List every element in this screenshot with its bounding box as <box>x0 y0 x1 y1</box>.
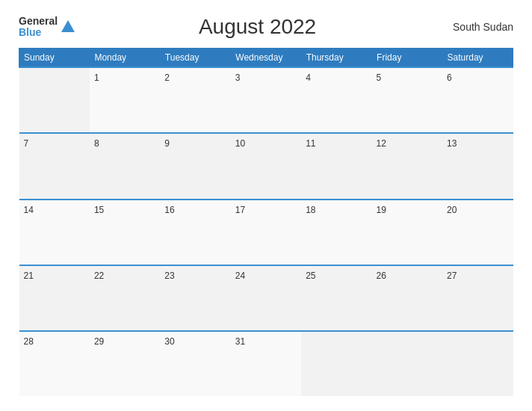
day-cell: 7 <box>19 133 90 199</box>
day-cell: 27 <box>442 265 513 331</box>
logo: General Blue <box>19 16 76 38</box>
day-cell: 24 <box>231 265 301 331</box>
week-row-1: 78910111213 <box>19 133 513 199</box>
day-number: 13 <box>447 138 457 149</box>
day-header-wednesday: Wednesday <box>231 49 301 68</box>
day-cell: 6 <box>442 67 513 133</box>
day-number: 31 <box>235 336 245 347</box>
day-cell: 3 <box>231 67 301 133</box>
day-number: 19 <box>377 205 386 215</box>
day-cell: 2 <box>160 67 230 133</box>
day-number: 30 <box>164 336 174 347</box>
day-number: 5 <box>377 72 382 83</box>
day-number: 16 <box>164 205 174 215</box>
day-number: 29 <box>94 336 104 347</box>
day-cell: 9 <box>160 133 230 199</box>
week-row-3: 21222324252627 <box>19 265 513 331</box>
day-cell: 5 <box>372 67 442 133</box>
country-name: South Sudan <box>439 21 513 33</box>
day-number: 28 <box>24 336 34 347</box>
day-cell: 10 <box>231 133 301 199</box>
day-number: 15 <box>94 205 104 215</box>
day-cell: 14 <box>19 200 90 265</box>
calendar-header: General Blue August 2022 South Sudan <box>19 15 513 39</box>
day-number: 23 <box>164 271 174 281</box>
day-cell: 18 <box>301 200 371 265</box>
month-title: August 2022 <box>76 15 439 39</box>
day-number: 8 <box>94 138 99 149</box>
day-cell: 28 <box>19 331 90 396</box>
day-number: 12 <box>377 138 386 149</box>
logo-blue-text: Blue <box>19 26 58 38</box>
day-number: 7 <box>24 138 29 149</box>
day-header-monday: Monday <box>90 49 160 68</box>
logo-general-text: General <box>19 16 58 26</box>
day-cell <box>372 331 442 396</box>
day-cell: 16 <box>160 200 230 265</box>
day-number: 21 <box>24 271 34 281</box>
day-number: 1 <box>94 72 99 83</box>
day-cell: 4 <box>301 67 371 133</box>
day-header-thursday: Thursday <box>301 49 371 68</box>
day-cell: 19 <box>372 200 442 265</box>
day-number: 9 <box>164 138 170 149</box>
day-number: 22 <box>94 271 104 281</box>
day-header-friday: Friday <box>372 49 442 68</box>
calendar-header-row: SundayMondayTuesdayWednesdayThursdayFrid… <box>19 49 513 68</box>
day-number: 20 <box>447 205 457 215</box>
day-cell: 31 <box>231 331 301 396</box>
day-cell: 22 <box>90 265 160 331</box>
day-cell: 20 <box>442 200 513 265</box>
day-header-saturday: Saturday <box>442 49 513 68</box>
day-number: 3 <box>235 72 241 83</box>
day-cell: 17 <box>231 200 301 265</box>
day-number: 10 <box>235 138 245 149</box>
day-cell: 15 <box>90 200 160 265</box>
day-cell: 30 <box>160 331 230 396</box>
week-row-0: 123456 <box>19 67 513 133</box>
logo-icon <box>60 19 76 35</box>
day-cell: 1 <box>90 67 160 133</box>
day-number: 11 <box>306 138 315 149</box>
day-number: 26 <box>377 271 386 281</box>
day-number: 17 <box>235 205 245 215</box>
day-cell: 12 <box>372 133 442 199</box>
week-row-2: 14151617181920 <box>19 200 513 265</box>
day-number: 18 <box>306 205 315 215</box>
day-number: 2 <box>164 72 170 83</box>
week-row-4: 28293031 <box>19 331 513 396</box>
day-cell: 29 <box>90 331 160 396</box>
day-cell: 13 <box>442 133 513 199</box>
day-cell: 8 <box>90 133 160 199</box>
day-header-tuesday: Tuesday <box>160 49 230 68</box>
day-cell: 21 <box>19 265 90 331</box>
day-number: 25 <box>306 271 315 281</box>
day-cell <box>301 331 371 396</box>
day-cell <box>19 67 90 133</box>
day-cell: 11 <box>301 133 371 199</box>
day-number: 6 <box>447 72 452 83</box>
calendar-table: SundayMondayTuesdayWednesdayThursdayFrid… <box>19 48 513 396</box>
day-cell: 26 <box>372 265 442 331</box>
day-number: 4 <box>306 72 311 83</box>
day-number: 27 <box>447 271 457 281</box>
svg-marker-0 <box>61 20 75 32</box>
day-cell: 23 <box>160 265 230 331</box>
day-number: 24 <box>235 271 245 281</box>
day-number: 14 <box>24 205 34 215</box>
day-cell: 25 <box>301 265 371 331</box>
day-header-sunday: Sunday <box>19 49 90 68</box>
day-cell <box>442 331 513 396</box>
